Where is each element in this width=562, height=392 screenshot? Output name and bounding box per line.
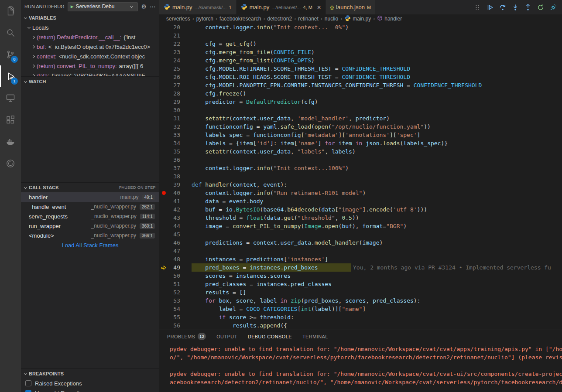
variables-section-header[interactable]: VARIABLES <box>21 13 159 23</box>
breadcrumb-item[interactable]: retinanet <box>298 16 319 22</box>
line-content[interactable]: for box, score, label in zip(pred_boxes,… <box>192 297 420 305</box>
close-icon[interactable]: × <box>317 4 321 10</box>
gutter-glyph-margin[interactable] <box>159 255 169 263</box>
start-debug-icon[interactable]: ▶ <box>71 4 74 9</box>
breakpoint-row[interactable]: ✓Uncaught Exceptions <box>21 388 159 392</box>
breakpoints-section-header[interactable]: BREAKPOINTS <box>21 369 159 378</box>
debug-config-dropdown[interactable]: ▶ Serverless Debu <box>68 2 138 11</box>
code-line[interactable]: 41 data = event.body <box>159 197 562 205</box>
code-line[interactable]: 32 functionconfig = yaml.safe_load(open(… <box>159 123 562 131</box>
breadcrumb-item[interactable]: nuclio <box>325 16 338 22</box>
line-content[interactable]: context.logger.info("Init context...100%… <box>192 164 349 172</box>
gutter-glyph-margin[interactable] <box>159 40 169 48</box>
gutter-glyph-margin[interactable] <box>159 297 169 305</box>
line-content[interactable]: labels = {item['id']: item['name'] for i… <box>192 139 448 147</box>
source-control-button[interactable]: 8 <box>0 44 21 65</box>
variable-row[interactable]: data:{'image': 'iVBORw0KG=AAAANSUhE <box>21 71 159 76</box>
breadcrumb-item[interactable]: pytorch <box>196 16 213 22</box>
line-content[interactable]: cfg.merge_from_list(CONFIG_OPTS) <box>192 56 315 65</box>
breadcrumb-item[interactable]: serverless <box>166 16 190 22</box>
editor-tab[interactable]: main.py.../retinanet/...4, M× <box>236 0 326 14</box>
breakpoint-icon[interactable] <box>162 191 166 195</box>
watch-section-header[interactable]: WATCH <box>21 77 159 86</box>
line-content[interactable]: context.logger.info("Run retinanet-R101 … <box>192 189 366 197</box>
panel-tab-problems[interactable]: PROBLEMS12 <box>167 330 206 343</box>
variable-row[interactable]: (return) convert_PIL_to_numpy:array([[[ … <box>21 61 159 71</box>
breakpoint-row[interactable]: Raised Exceptions <box>21 378 159 388</box>
line-content[interactable]: def handler(context, event): <box>192 181 287 189</box>
line-content[interactable]: cfg.freeze() <box>192 89 246 98</box>
gutter-glyph-margin[interactable] <box>159 73 169 81</box>
line-content[interactable]: predictor = DefaultPredictor(cfg) <box>192 98 318 106</box>
search-button[interactable] <box>0 22 21 44</box>
code-line[interactable]: 28 cfg.freeze() <box>159 89 562 98</box>
line-content[interactable]: image = convert_PIL_to_numpy(Image.open(… <box>192 222 407 230</box>
stack-frame-row[interactable]: handlermain.py49:1 <box>21 192 159 202</box>
gutter-glyph-margin[interactable] <box>159 313 169 321</box>
gutter-glyph-margin[interactable] <box>159 131 169 139</box>
gutter-glyph-margin[interactable] <box>159 106 169 114</box>
gutter-glyph-margin[interactable] <box>159 214 169 222</box>
gutter-glyph-margin[interactable] <box>159 98 169 106</box>
line-content[interactable]: cfg.MODEL.ROI_HEADS.SCORE_THRESH_TEST = … <box>192 73 410 81</box>
stack-frame-row[interactable]: <module>_nuclio_wrapper.py366:1 <box>21 231 159 240</box>
step-into-icon[interactable] <box>512 4 519 11</box>
gutter-glyph-margin[interactable] <box>159 139 169 147</box>
code-line[interactable]: 27 cfg.MODEL.PANOPTIC_FPN.COMBINE.INSTAN… <box>159 81 562 89</box>
gutter-glyph-margin[interactable] <box>159 280 169 288</box>
gutter-glyph-margin[interactable] <box>159 65 169 73</box>
step-over-icon[interactable] <box>499 4 506 11</box>
code-line[interactable]: 39def handler(context, event): <box>159 181 562 189</box>
code-line[interactable]: 40 context.logger.info("Run retinanet-R1… <box>159 189 562 197</box>
load-all-stack-frames-link[interactable]: Load All Stack Frames <box>21 242 159 249</box>
line-content[interactable]: setattr(context.user_data, 'model_handle… <box>192 114 390 123</box>
restart-icon[interactable] <box>537 4 544 11</box>
line-content[interactable]: buf = io.BytesIO(base64.b64decode(data["… <box>192 205 427 214</box>
gutter-glyph-margin[interactable] <box>159 31 169 40</box>
code-line[interactable]: 20 context.logger.info("Init context... … <box>159 23 562 31</box>
more-actions-icon[interactable]: ⋯ <box>150 3 156 10</box>
code-line[interactable]: 22 cfg = get_cfg() <box>159 40 562 48</box>
stack-frame-row[interactable]: run_wrapper_nuclio_wrapper.py360:1 <box>21 221 159 231</box>
gutter-glyph-margin[interactable] <box>159 205 169 214</box>
gutter-glyph-margin[interactable] <box>159 305 169 313</box>
gutter-glyph-margin[interactable] <box>159 164 169 172</box>
code-line[interactable]: 30 <box>159 106 562 114</box>
code-line[interactable]: 46 predictions = context.user_data.model… <box>159 239 562 247</box>
call-stack-section-header[interactable]: CALL STACK PAUSED ON STEP <box>21 183 159 192</box>
gutter-glyph-margin[interactable] <box>159 147 169 156</box>
code-line[interactable]: 53 for box, score, label in zip(pred_box… <box>159 297 562 305</box>
docker-button[interactable] <box>0 131 21 153</box>
code-line[interactable]: 47 <box>159 247 562 255</box>
gutter-glyph-margin[interactable] <box>159 114 169 123</box>
remote-explorer-button[interactable] <box>0 87 21 109</box>
editor-tab[interactable]: {}launch.jsonM <box>326 0 376 14</box>
code-line[interactable]: 44 image = convert_PIL_to_numpy(Image.op… <box>159 222 562 230</box>
continue-icon[interactable] <box>487 4 493 11</box>
checkbox[interactable] <box>25 380 31 386</box>
code-editor[interactable]: 20 context.logger.info("Init context... … <box>159 23 562 330</box>
variable-row[interactable]: (return) DefaultPredictor.__call__:{'ins… <box>21 32 159 42</box>
gripper-icon[interactable] <box>474 4 481 11</box>
code-line[interactable]: 43 threshold = float(data.get("threshold… <box>159 214 562 222</box>
line-content[interactable]: instances = predictions['instances'] <box>192 255 328 263</box>
line-content[interactable]: functionconfig = yaml.safe_load(open("/o… <box>192 123 431 131</box>
code-line[interactable]: 51 pred_classes = instances.pred_classes <box>159 280 562 288</box>
breadcrumb-item[interactable]: main.py <box>344 15 371 23</box>
gutter-glyph-margin[interactable] <box>159 56 169 65</box>
debug-console-output[interactable]: pydev debugger: unable to find translati… <box>159 343 562 392</box>
code-line[interactable]: 55 if score >= threshold: <box>159 313 562 321</box>
gutter-glyph-margin[interactable] <box>159 197 169 205</box>
line-content[interactable]: context.logger.info("Init context... 0%"… <box>192 23 349 31</box>
code-line[interactable]: 52 results = [] <box>159 288 562 297</box>
line-content[interactable]: if score >= threshold: <box>192 313 294 321</box>
code-line[interactable]: 21 <box>159 31 562 40</box>
stack-frame-row[interactable]: _handle_event_nuclio_wrapper.py262:1 <box>21 202 159 211</box>
breadcrumb-item[interactable]: handler <box>377 15 402 22</box>
line-content[interactable]: threshold = float(data.get("threshold", … <box>192 214 359 222</box>
code-line[interactable]: 33 labels_spec = functionconfig['metadat… <box>159 131 562 139</box>
code-line[interactable]: 29 predictor = DefaultPredictor(cfg) <box>159 98 562 106</box>
gutter-glyph-margin[interactable] <box>159 156 169 164</box>
panel-tab-debug-console[interactable]: DEBUG CONSOLE <box>248 330 292 343</box>
gutter-glyph-margin[interactable] <box>159 321 169 330</box>
